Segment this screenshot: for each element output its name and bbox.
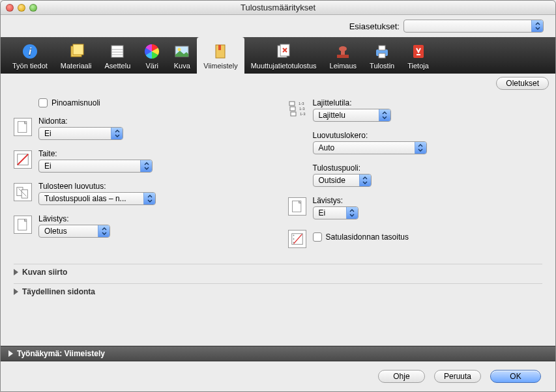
close-icon[interactable] xyxy=(6,4,14,12)
svg-point-10 xyxy=(178,48,181,51)
help-button[interactable]: Ohje xyxy=(378,370,425,383)
stamp-icon xyxy=(334,43,351,60)
page-icon xyxy=(14,216,32,234)
svg-rect-30 xyxy=(291,112,296,116)
page-icon xyxy=(288,197,306,216)
toolbar: i Työn tiedot Materiaali Asettelu Väri K… xyxy=(1,37,555,74)
presets-row: Esiasetukset: xyxy=(1,15,555,37)
perforation-select[interactable]: Ei xyxy=(313,206,358,219)
color-wheel-icon xyxy=(143,43,160,60)
output-tray-select[interactable]: Auto xyxy=(313,141,427,154)
chevron-updown-icon xyxy=(359,175,371,186)
tab-vdp[interactable]: Muuttujatietotulostus xyxy=(244,37,323,74)
perforation-label: Lävistys: xyxy=(313,196,543,205)
status-label: Työnäkymä: Viimeistely xyxy=(17,349,105,358)
content-area: Pinoamisnuoli Nidonta: Ei Ta xyxy=(1,92,555,346)
svg-text:1-3: 1-3 xyxy=(299,102,304,105)
stack-arrow-field: Pinoamisnuoli xyxy=(14,98,269,107)
printer-icon xyxy=(373,43,390,60)
sort-mode-label: Lajittelutila: xyxy=(313,98,543,107)
print-settings-window: Tulostusmääritykset Esiasetukset: i Työn… xyxy=(0,0,556,392)
tab-stamp[interactable]: Leimaus xyxy=(323,37,364,74)
status-section[interactable]: Työnäkymä: Viimeistely xyxy=(1,346,555,361)
print-side-field: Tulostuspuoli: Outside xyxy=(288,163,543,187)
output-icon xyxy=(14,183,32,201)
triangle-right-icon xyxy=(14,288,18,295)
chevron-updown-icon xyxy=(346,207,358,219)
tab-finishing[interactable]: Viimeistely xyxy=(197,37,244,74)
chevron-updown-icon xyxy=(111,128,123,139)
fold-label: Taite: xyxy=(38,149,269,158)
minimize-icon[interactable] xyxy=(18,4,25,12)
svg-rect-29 xyxy=(290,107,295,111)
sort-mode-field: 1-31-31-3 Lajittelutila: Lajittelu xyxy=(288,98,543,122)
right-column: 1-31-31-3 Lajittelutila: Lajittelu Luovu… xyxy=(288,98,543,248)
presets-label: Esiasetukset: xyxy=(349,21,400,31)
blank-icon xyxy=(288,132,306,150)
triangle-right-icon xyxy=(14,269,18,275)
svg-rect-26 xyxy=(22,189,27,198)
punch-label: Lävistys: xyxy=(38,214,269,223)
ok-button[interactable]: OK xyxy=(490,370,541,383)
finishing-icon xyxy=(212,43,229,60)
saddle-label: Satulasidonnan tasoitus xyxy=(326,232,409,242)
stack-arrow-label: Pinoamisnuoli xyxy=(51,98,100,107)
defaults-button[interactable]: Oletukset xyxy=(496,77,549,90)
tab-printer[interactable]: Tulostin xyxy=(363,37,401,74)
defaults-row: Oletukset xyxy=(1,74,555,92)
chevron-updown-icon xyxy=(379,109,390,121)
output-tray-field: Luovutuslokero: Auto xyxy=(288,131,543,154)
tab-image[interactable]: Kuva xyxy=(167,37,197,74)
svg-rect-28 xyxy=(289,102,295,105)
image-icon xyxy=(173,43,190,60)
chevron-updown-icon xyxy=(140,160,152,172)
svg-rect-3 xyxy=(73,44,83,55)
output-delivery-select[interactable]: Tulostuspuoli alas – n... xyxy=(38,192,156,205)
output-delivery-field: Tulosteen luovutus: Tulostuspuoli alas –… xyxy=(14,182,269,205)
tab-info[interactable]: Tietoja xyxy=(401,37,435,74)
stack-arrow-checkbox[interactable] xyxy=(38,98,48,107)
disclosure-image-shift[interactable]: Kuvan siirto xyxy=(14,264,542,279)
svg-text:1-3: 1-3 xyxy=(299,107,305,111)
zoom-icon[interactable] xyxy=(29,4,37,12)
saddle-checkbox[interactable] xyxy=(313,232,322,242)
stapling-label: Nidonta: xyxy=(38,117,269,126)
chevron-updown-icon xyxy=(415,142,426,154)
chevron-updown-icon xyxy=(143,193,155,204)
left-column: Pinoamisnuoli Nidonta: Ei Ta xyxy=(14,98,269,248)
window-title: Tulostusmääritykset xyxy=(1,3,555,12)
blank-icon xyxy=(288,165,306,183)
cancel-button[interactable]: Peruuta xyxy=(434,370,481,383)
vdp-icon xyxy=(275,43,292,60)
disclosure-perfect-binding[interactable]: Täydellinen sidonta xyxy=(14,283,542,299)
svg-text:1-3: 1-3 xyxy=(300,112,306,116)
info-icon: i xyxy=(22,43,38,60)
svg-rect-20 xyxy=(379,53,385,58)
svg-rect-12 xyxy=(218,45,221,50)
collate-icon: 1-31-31-3 xyxy=(288,100,306,118)
punch-select[interactable]: Oletus xyxy=(38,225,110,238)
print-side-select[interactable]: Outside xyxy=(313,174,372,187)
print-side-label: Tulostuspuoli: xyxy=(313,163,543,173)
sort-mode-select[interactable]: Lajittelu xyxy=(313,109,391,122)
svg-rect-19 xyxy=(379,46,385,50)
saddle-field: Satulasidonnan tasoitus xyxy=(288,229,543,248)
svg-rect-15 xyxy=(337,55,349,58)
perforation-field: Lävistys: Ei xyxy=(288,196,543,219)
about-icon xyxy=(410,43,427,60)
fold-select[interactable]: Ei xyxy=(38,160,153,173)
titlebar: Tulostusmääritykset xyxy=(1,1,555,15)
tab-material[interactable]: Materiaali xyxy=(54,37,98,74)
fold-icon xyxy=(14,150,32,169)
tab-job-info[interactable]: i Työn tiedot xyxy=(6,37,54,74)
svg-rect-4 xyxy=(111,46,123,57)
stapling-select[interactable]: Ei xyxy=(38,127,123,140)
chevron-updown-icon xyxy=(531,20,543,32)
tab-color[interactable]: Väri xyxy=(137,37,167,74)
output-tray-label: Luovutuslokero: xyxy=(313,131,543,140)
media-icon xyxy=(68,43,85,60)
svg-point-36 xyxy=(293,235,294,236)
presets-select[interactable] xyxy=(403,20,544,33)
tab-layout[interactable]: Asettelu xyxy=(98,37,138,74)
triangle-right-icon xyxy=(8,350,13,357)
